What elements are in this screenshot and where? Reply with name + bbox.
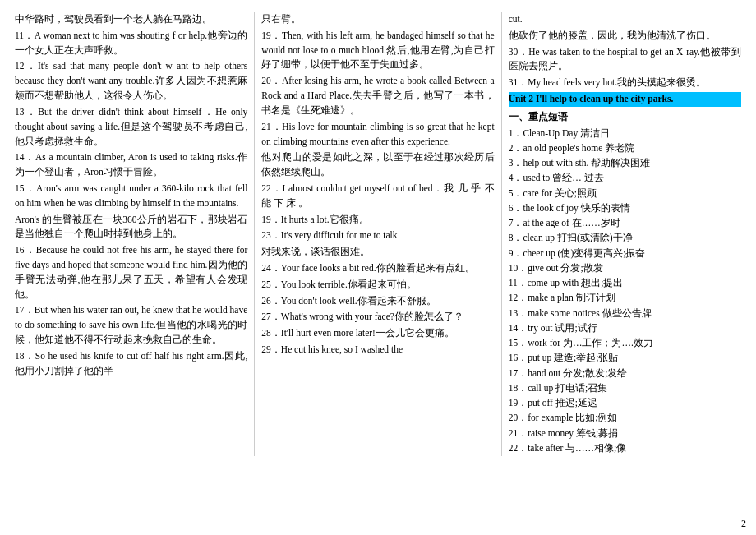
- col1-p8: 17．But when his water ran out, he knew t…: [15, 303, 247, 347]
- vocab-item-17: 17．hand out 分发;散发;发给: [509, 367, 741, 380]
- vocab-item-9: 9．cheer up (使)变得更高兴;振奋: [509, 247, 741, 261]
- col1-p2: 12．It's sad that many people don't w ant…: [15, 59, 247, 103]
- vocab-list: 1．Clean-Up Day 清洁日 2．an old people's hom…: [509, 127, 741, 456]
- vocab-item-5: 5．care for 关心;照顾: [509, 187, 741, 201]
- col3-p2: 30．He was taken to the hospital to get a…: [509, 45, 741, 75]
- vocab-item-18: 18．call up 打电话;召集: [509, 381, 741, 395]
- col1-p0: 中华路时，驾驶员看到一个老人躺在马路边。: [15, 12, 247, 27]
- page-number: 2: [741, 518, 746, 530]
- vocab-item-15: 15．work for 为…工作；为….效力: [509, 336, 741, 350]
- vocab-item-6: 6．the look of joy 快乐的表情: [509, 201, 741, 215]
- vocab-item-12: 12．make a plan 制订计划: [509, 291, 741, 305]
- section-title: 一、重点短语: [509, 110, 741, 125]
- col2-p1: 19．Then, with his left arm, he bandaged …: [261, 29, 494, 72]
- vocab-item-8: 8．clean up 打扫(或清除)干净: [509, 231, 741, 245]
- vocab-item-16: 16．put up 建造;举起;张贴: [509, 351, 741, 365]
- top-border: [8, 7, 748, 7]
- column-2: 只右臂。 19．Then, with his left arm, he band…: [255, 12, 501, 456]
- col2-p4: 他对爬山的爱是如此之深，以至于在经过那次经历后依然继续爬山。: [261, 150, 494, 180]
- col2-p7: 23．It's very difficult for me to talk: [261, 228, 494, 243]
- col3-p3: 31．My head feels very hot.我的头摸起来很烫。: [509, 76, 741, 90]
- vocab-item-4: 4．used to 曾经… 过去_: [509, 171, 741, 185]
- col1-p9: 18．So he used his knife to cut off half …: [15, 349, 247, 379]
- col2-p8: 对我来说，谈话很困难。: [261, 245, 494, 260]
- col2-p13: 28．It'll hurt even more later!一会儿它会更痛。: [261, 326, 494, 341]
- col1-p1: 11．A woman next to him was shouting f or…: [15, 29, 247, 58]
- col1-p6: Aron's 的生臂被压在一块360公斤的岩石下，那块岩石是当他独自一个爬山时掉…: [15, 213, 247, 242]
- col1-p7: 16．Because he could not free his arm, he…: [15, 243, 247, 302]
- vocab-item-2: 2．an old people's home 养老院: [509, 141, 741, 155]
- col2-p6: 19．It hurts a lot.它很痛。: [261, 213, 494, 228]
- col2-p2: 20．After losing his arm, he wrote a book…: [261, 74, 494, 118]
- col1-p5: 15．Aron's arm was caught under a 360-kil…: [15, 182, 247, 211]
- column-1: 中华路时，驾驶员看到一个老人躺在马路边。 11．A woman next to …: [8, 12, 255, 456]
- page: 中华路时，驾驶员看到一个老人躺在马路边。 11．A woman next to …: [0, 0, 756, 535]
- col3-p1: 他砍伤了他的膝盖，因此，我为他清洗了伤口。: [509, 29, 741, 44]
- vocab-item-20: 20．for example 比如;例如: [509, 411, 741, 425]
- vocab-item-21: 21．raise money 筹钱;募捐: [509, 427, 741, 440]
- col2-p12: 27．What's wrong with your face?你的脸怎么了？: [261, 310, 494, 325]
- col2-p11: 26．You don't look well.你看起来不舒服。: [261, 294, 494, 309]
- vocab-item-22: 22．take after 与……相像;像: [509, 441, 741, 455]
- vocab-item-7: 7．at the age of 在……岁时: [509, 216, 741, 230]
- col2-p10: 25．You look terrible.你看起来可怕。: [261, 278, 494, 293]
- vocab-item-11: 11．come up with 想出;提出: [509, 276, 741, 290]
- column-3: cut. 他砍伤了他的膝盖，因此，我为他清洗了伤口。 30．He was tak…: [502, 12, 748, 456]
- unit-highlight: Unit 2 I'll help to clean up the city pa…: [509, 92, 741, 107]
- col2-p3: 21．His love for mountain climbing is so …: [261, 120, 494, 150]
- col1-p3: 13．But the driver didn't think about him…: [15, 105, 247, 149]
- columns-container: 中华路时，驾驶员看到一个老人躺在马路边。 11．A woman next to …: [8, 12, 748, 456]
- col3-p0: cut.: [509, 12, 741, 27]
- vocab-item-14: 14．try out 试用;试行: [509, 321, 741, 335]
- vocab-item-13: 13．make some notices 做些公告牌: [509, 307, 741, 321]
- vocab-item-1: 1．Clean-Up Day 清洁日: [509, 127, 741, 141]
- vocab-item-3: 3．help out with sth. 帮助解决困难: [509, 156, 741, 170]
- col2-p14: 29．He cut his knee, so I washed the: [261, 343, 494, 357]
- col2-p5: 22．I almost couldn't get myself out of b…: [261, 182, 494, 211]
- col1-p4: 14．As a mountain climber, Aron is used t…: [15, 150, 247, 180]
- col2-p0: 只右臂。: [261, 12, 494, 27]
- vocab-item-19: 19．put off 推迟;延迟: [509, 396, 741, 410]
- vocab-item-10: 10．give out 分发;散发: [509, 261, 741, 275]
- col2-p9: 24．Your face looks a bit red.你的脸看起来有点红。: [261, 261, 494, 276]
